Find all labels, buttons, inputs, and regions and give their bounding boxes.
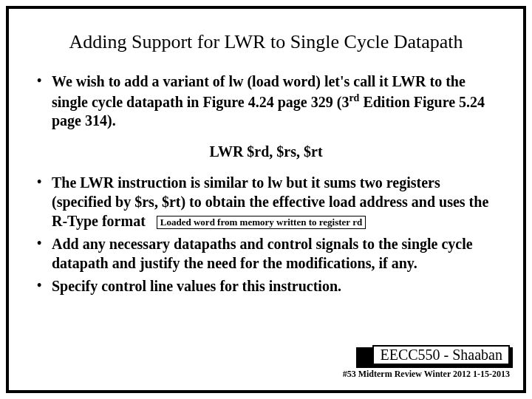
bullet-1: We wish to add a variant of lw (load wor… bbox=[31, 72, 501, 130]
footer-course: EECC550 - Shaaban bbox=[380, 347, 502, 363]
bullet-2: The LWR instruction is similar to lw but… bbox=[31, 174, 501, 231]
footer-course-box: EECC550 - Shaaban bbox=[372, 345, 510, 365]
slide-content: Adding Support for LWR to Single Cycle D… bbox=[9, 9, 523, 308]
footer-meta: #53 Midterm Review Winter 2012 1-15-2013 bbox=[343, 369, 510, 380]
slide-title: Adding Support for LWR to Single Cycle D… bbox=[31, 31, 501, 53]
bullet-list-2: The LWR instruction is similar to lw but… bbox=[31, 174, 501, 296]
bullet-3: Add any necessary datapaths and control … bbox=[31, 235, 501, 273]
syntax-line: LWR $rd, $rs, $rt bbox=[31, 143, 501, 160]
slide-frame: Adding Support for LWR to Single Cycle D… bbox=[6, 6, 526, 393]
bullet-1-sup: rd bbox=[349, 92, 359, 103]
bullet-4: Specify control line values for this ins… bbox=[31, 277, 501, 296]
bullet-list-1: We wish to add a variant of lw (load wor… bbox=[31, 72, 501, 130]
annotation-box: Loaded word from memory written to regis… bbox=[157, 216, 366, 229]
